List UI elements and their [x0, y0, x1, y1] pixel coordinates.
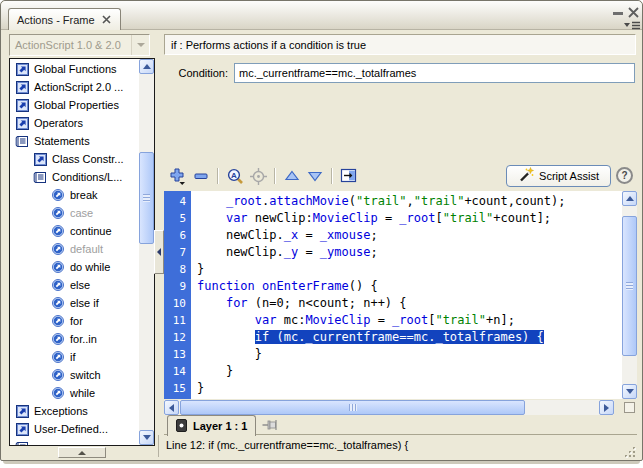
tree-item-statements[interactable]: Statements	[10, 132, 138, 150]
code-line-6[interactable]: newClip._x = _xmouse;	[191, 227, 622, 244]
tree-item-default[interactable]: default	[10, 240, 138, 258]
tree-item-global-properties[interactable]: Global Properties	[10, 96, 138, 114]
action-icon	[51, 350, 65, 364]
scroll-up-icon[interactable]	[622, 191, 637, 206]
toolbox-collapse-handle[interactable]	[58, 447, 106, 458]
close-icon[interactable]	[627, 6, 640, 19]
tree-item-while[interactable]: while	[10, 384, 138, 402]
code-area[interactable]: _root.attachMovie("trail","trail"+count,…	[191, 191, 622, 399]
action-icon	[51, 260, 65, 274]
line-number-gutter: 456789101112131415	[164, 191, 191, 399]
tree-item-if[interactable]: if	[10, 348, 138, 366]
script-tab-layer1[interactable]: Layer 1 : 1	[167, 415, 256, 436]
help-icon[interactable]: ?	[616, 167, 633, 184]
condition-input[interactable]	[234, 63, 635, 83]
editor-hscroll-thumb[interactable]	[180, 400, 525, 415]
editor-horizontal-scrollbar[interactable]	[164, 400, 614, 415]
scroll-up-icon[interactable]	[139, 59, 154, 74]
tree-item-else[interactable]: else	[10, 276, 138, 294]
code-line-11[interactable]: var mc:MovieClip = _root["trail"+n];	[191, 312, 622, 329]
tree-item-label: User-Defined...	[34, 423, 108, 435]
line-number: 15	[164, 380, 191, 397]
scroll-down-icon[interactable]	[622, 384, 637, 399]
tree-scrollbar-thumb[interactable]	[139, 152, 154, 244]
show-toolbox-icon[interactable]	[339, 166, 359, 186]
tree-item-continue[interactable]: continue	[10, 222, 138, 240]
category-icon	[15, 62, 29, 76]
actionscript-version-select[interactable]: ActionScript 1.0 & 2.0	[9, 34, 150, 56]
tree-item-global-functions[interactable]: Global Functions	[10, 60, 138, 78]
tree-item-exceptions[interactable]: Exceptions	[10, 402, 138, 420]
tree-item-switch[interactable]: switch	[10, 366, 138, 384]
tree-item-for[interactable]: for	[10, 312, 138, 330]
tree-item-else-if[interactable]: else if	[10, 294, 138, 312]
tree-item-label: Statements	[34, 135, 90, 147]
book-icon	[33, 170, 47, 184]
code-line-4[interactable]: _root.attachMovie("trail","trail"+count,…	[191, 193, 622, 210]
code-line-5[interactable]: var newClip:MovieClip = _root["trail"+co…	[191, 210, 622, 227]
action-icon	[51, 224, 65, 238]
tree-item-label: default	[70, 243, 103, 255]
code-line-13[interactable]: }	[191, 346, 622, 363]
tree-item-label: Global Properties	[34, 99, 119, 111]
tree-item-label: for	[70, 315, 83, 327]
tree-item-user-defined[interactable]: User-Defined...	[10, 420, 138, 438]
code-line-15[interactable]: }	[191, 380, 622, 397]
tree-item-class-constr[interactable]: Class Constr...	[10, 150, 138, 168]
insert-target-path-icon[interactable]	[248, 166, 268, 186]
line-number: 9	[164, 278, 191, 295]
line-number: 5	[164, 210, 191, 227]
tree-item-label: while	[70, 387, 95, 399]
tree-item-label: Class Constr...	[52, 153, 124, 165]
panel-splitter-handle[interactable]	[154, 230, 164, 274]
script-assist-button[interactable]: Script Assist	[506, 165, 611, 187]
resize-grip[interactable]	[623, 446, 637, 459]
tree-item-label: else	[70, 279, 90, 291]
tree-item-actionscript-2-0[interactable]: ActionScript 2.0 ...	[10, 78, 138, 96]
tree-item-do-while[interactable]: do while	[10, 258, 138, 276]
scroll-right-icon[interactable]	[599, 400, 614, 415]
tree-item-label: Global Functions	[34, 63, 117, 75]
tree-item-case[interactable]: case	[10, 204, 138, 222]
line-number: 6	[164, 227, 191, 244]
tree-item-blank[interactable]	[10, 438, 138, 445]
script-editor[interactable]: 456789101112131415 _root.attachMovie("tr…	[164, 191, 637, 399]
tree-scrollbar[interactable]	[139, 59, 154, 445]
line-number: 10	[164, 295, 191, 312]
tab-close-icon[interactable]	[102, 15, 112, 25]
pane-divider	[158, 435, 159, 457]
action-icon	[51, 386, 65, 400]
editor-vertical-scrollbar[interactable]	[622, 191, 637, 399]
scroll-down-icon[interactable]	[139, 430, 154, 445]
line-number: 13	[164, 346, 191, 363]
code-line-10[interactable]: for (n=0; n<count; n++) {	[191, 295, 622, 312]
editor-vscroll-thumb[interactable]	[622, 216, 637, 356]
code-line-14[interactable]: }	[191, 363, 622, 380]
panel-tab-title: Actions - Frame	[17, 14, 95, 26]
add-item-icon[interactable]	[168, 166, 188, 186]
collapse-up-icon	[78, 451, 86, 455]
tree-item-for-in[interactable]: for..in	[10, 330, 138, 348]
code-line-7[interactable]: newClip._y = _ymouse;	[191, 244, 622, 261]
move-up-icon[interactable]	[282, 166, 302, 186]
find-icon[interactable]: A	[225, 166, 245, 186]
minimize-icon[interactable]	[613, 12, 623, 15]
scroll-left-icon[interactable]	[164, 400, 179, 415]
code-line-9[interactable]: function onEnterFrame() {	[191, 278, 622, 295]
tree-item-operators[interactable]: Operators	[10, 114, 138, 132]
move-down-icon[interactable]	[305, 166, 325, 186]
category-icon	[33, 152, 47, 166]
panel-menu-icon[interactable]	[623, 20, 641, 31]
delete-item-icon[interactable]	[191, 166, 211, 186]
action-icon	[51, 296, 65, 310]
pin-script-icon[interactable]	[260, 417, 278, 433]
collapse-left-icon	[157, 248, 161, 256]
action-icon	[51, 368, 65, 382]
code-line-8[interactable]: }	[191, 261, 622, 278]
code-line-12[interactable]: if (mc._currentframe==mc._totalframes) {	[191, 329, 622, 346]
actionscript-version-label: ActionScript 1.0 & 2.0	[10, 39, 131, 51]
panel-tab-actions-frame[interactable]: Actions - Frame	[8, 8, 121, 30]
tree-item-conditions-l[interactable]: Conditions/L...	[10, 168, 138, 186]
toolbar-separator	[331, 168, 333, 184]
tree-item-break[interactable]: break	[10, 186, 138, 204]
